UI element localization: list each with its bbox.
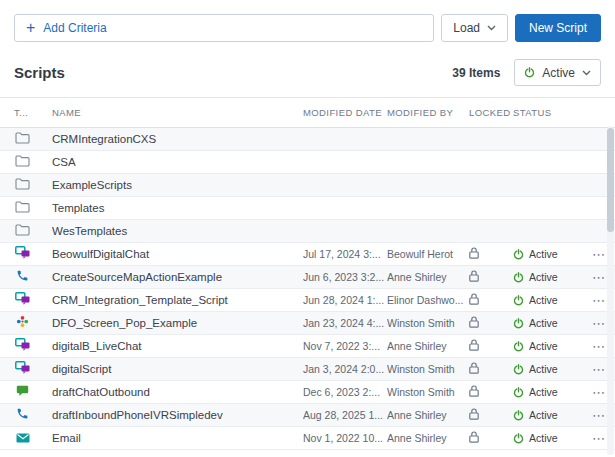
type-cell: [14, 360, 52, 378]
type-cell: [14, 291, 52, 309]
digital-chat-icon: [14, 292, 31, 305]
modified-by: Anne Shirley: [387, 340, 469, 352]
table-row[interactable]: draftChatOutbound Dec 6, 2023 2:... Wins…: [0, 381, 615, 404]
lock-icon: [469, 385, 479, 397]
locked-cell: [469, 337, 513, 355]
table-header: T... NAME MODIFIED DATE MODIFIED BY LOCK…: [0, 98, 615, 128]
script-name: CSA: [52, 156, 303, 168]
table-row[interactable]: Templates: [0, 197, 615, 220]
lock-icon: [469, 339, 479, 351]
status-label: Active: [529, 409, 558, 421]
dfo-icon: [14, 315, 31, 328]
modified-date: Dec 6, 2023 2:...: [303, 386, 387, 398]
script-name: draftChatOutbound: [52, 386, 303, 398]
lock-icon: [469, 362, 479, 374]
power-icon: [513, 341, 524, 352]
status-cell: Active: [513, 409, 581, 421]
table-row[interactable]: CRMIntegrationCXS: [0, 128, 615, 151]
status-filter-dropdown[interactable]: Active: [514, 59, 601, 86]
status-label: Active: [529, 340, 558, 352]
table-row[interactable]: digitalScript Jan 3, 2024 2:0... Winston…: [0, 358, 615, 381]
modified-date: Jun 6, 2023 3:2...: [303, 271, 387, 283]
locked-cell: [469, 245, 513, 263]
locked-cell: [469, 383, 513, 401]
script-name: CreateSourceMapActionExample: [52, 271, 303, 283]
table-row[interactable]: CRM_Integration_Template_Script Jun 28, …: [0, 289, 615, 312]
row-menu-button[interactable]: ⋯: [581, 248, 605, 261]
table-body: CRMIntegrationCXS CSA ExampleScr: [0, 128, 615, 450]
list-header: Scripts 39 Items Active: [0, 52, 615, 98]
scrollbar[interactable]: [607, 126, 614, 455]
modified-by: Winston Smith: [387, 386, 469, 398]
row-menu-button[interactable]: ⋯: [581, 317, 605, 330]
table-row[interactable]: Email Nov 1, 2022 10... Anne Shirley Act…: [0, 427, 615, 450]
modified-date: Aug 28, 2025 1...: [303, 409, 387, 421]
table-row[interactable]: DFO_Screen_Pop_Example Jan 23, 2024 4:..…: [0, 312, 615, 335]
scrollbar-thumb[interactable]: [607, 128, 614, 232]
power-icon: [513, 295, 524, 306]
locked-cell: [469, 291, 513, 309]
column-header-modified-date[interactable]: MODIFIED DATE: [303, 107, 387, 118]
status-label: Active: [529, 386, 558, 398]
modified-date: Jul 17, 2024 3:...: [303, 248, 387, 260]
scripts-page: + Add Criteria Load New Script Scripts 3…: [0, 0, 615, 457]
column-header-locked[interactable]: LOCKED: [469, 107, 513, 118]
table-row[interactable]: digitalB_LiveChat Nov 7, 2022 3:... Anne…: [0, 335, 615, 358]
modified-by: Anne Shirley: [387, 432, 469, 444]
row-menu-button[interactable]: ⋯: [581, 409, 605, 422]
table-row[interactable]: CreateSourceMapActionExample Jun 6, 2023…: [0, 266, 615, 289]
type-cell: [14, 222, 52, 240]
type-cell: [14, 245, 52, 263]
power-icon: [513, 433, 524, 444]
locked-cell: [469, 360, 513, 378]
type-cell: [14, 314, 52, 332]
locked-cell: [469, 130, 513, 148]
column-header-modified-by[interactable]: MODIFIED BY: [387, 107, 469, 118]
lock-icon: [469, 293, 479, 305]
lock-icon: [469, 408, 479, 420]
status-cell: Active: [513, 363, 581, 375]
row-menu-button[interactable]: ⋯: [581, 386, 605, 399]
column-header-type[interactable]: T...: [14, 107, 52, 118]
row-menu-button[interactable]: ⋯: [581, 432, 605, 445]
power-icon: [513, 364, 524, 375]
table-row[interactable]: ExampleScripts: [0, 174, 615, 197]
script-name: WesTemplates: [52, 225, 303, 237]
modified-by: Beowulf Herot: [387, 248, 469, 260]
locked-cell: [469, 222, 513, 240]
power-icon: [513, 249, 524, 260]
status-filter-value: Active: [542, 66, 575, 80]
column-header-status[interactable]: STATUS: [513, 107, 581, 118]
script-name: Email: [52, 432, 303, 444]
type-cell: [14, 406, 52, 424]
status-label: Active: [529, 248, 558, 260]
load-button[interactable]: Load: [441, 14, 508, 42]
table-row[interactable]: draftInboundPhoneIVRSimpledev Aug 28, 20…: [0, 404, 615, 427]
load-label: Load: [453, 21, 480, 35]
toolbar: + Add Criteria Load New Script: [0, 0, 615, 52]
status-cell: Active: [513, 271, 581, 283]
new-script-button[interactable]: New Script: [515, 14, 601, 42]
status-label: Active: [529, 317, 558, 329]
status-cell: Active: [513, 248, 581, 260]
power-icon: [513, 272, 524, 283]
table-row[interactable]: BeowulfDigitalChat Jul 17, 2024 3:... Be…: [0, 243, 615, 266]
table-row[interactable]: WesTemplates: [0, 220, 615, 243]
status-cell: Active: [513, 432, 581, 444]
type-cell: [14, 268, 52, 286]
type-cell: [14, 429, 52, 447]
status-cell: Active: [513, 317, 581, 329]
table-row[interactable]: CSA: [0, 151, 615, 174]
type-cell: [14, 153, 52, 171]
script-name: draftInboundPhoneIVRSimpledev: [52, 409, 303, 421]
row-menu-button[interactable]: ⋯: [581, 294, 605, 307]
row-menu-button[interactable]: ⋯: [581, 363, 605, 376]
row-menu-button[interactable]: ⋯: [581, 340, 605, 353]
folder-icon: [14, 178, 31, 190]
modified-date: Jan 23, 2024 4:...: [303, 317, 387, 329]
locked-cell: [469, 176, 513, 194]
column-header-name[interactable]: NAME: [52, 107, 303, 118]
add-criteria-button[interactable]: + Add Criteria: [14, 14, 434, 42]
row-menu-button[interactable]: ⋯: [581, 271, 605, 284]
email-icon: [14, 433, 31, 443]
